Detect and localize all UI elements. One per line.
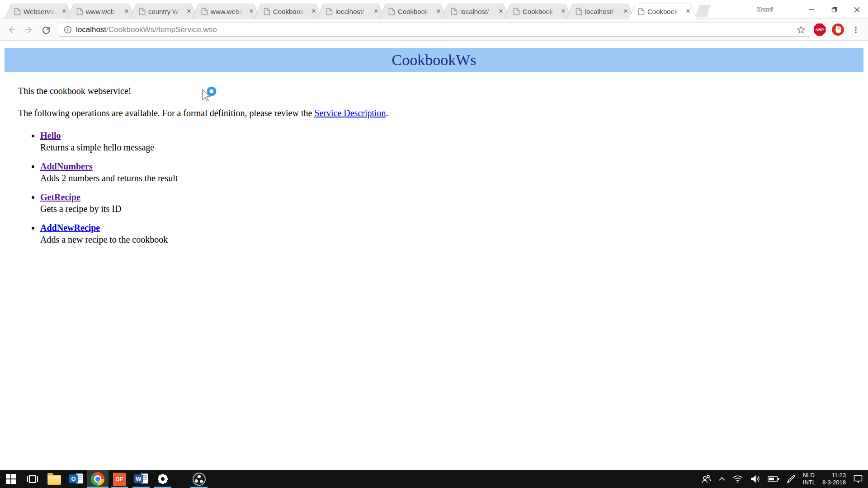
start-button[interactable] <box>0 470 22 488</box>
tab-title: Cookbook <box>647 8 682 15</box>
browser-tab[interactable]: www.web ✕ <box>67 4 136 19</box>
wifi-icon[interactable] <box>732 475 743 483</box>
chrome-taskbar-button[interactable] <box>87 470 108 488</box>
tab-title: localhost/ <box>335 8 370 15</box>
people-icon[interactable] <box>701 474 712 484</box>
operation-link[interactable]: GetRecipe <box>40 192 80 202</box>
keyboard-layout[interactable]: NLD INTL <box>803 472 816 486</box>
operation-description: Adds 2 numbers and returns the result <box>40 173 868 183</box>
operation-description: Returns a simple hello message <box>40 142 868 153</box>
page-favicon-icon <box>576 8 582 15</box>
operation-link[interactable]: AddNewRecipe <box>40 223 100 233</box>
operations-text-before: The following operations are available. … <box>18 108 314 118</box>
df-app-button[interactable]: DF <box>108 470 130 488</box>
df-app-icon: DF <box>113 473 126 486</box>
action-center-icon[interactable] <box>853 474 863 484</box>
operations-text-after: . <box>386 108 388 118</box>
windows-logo-icon <box>6 474 16 484</box>
page-favicon-icon <box>513 8 520 15</box>
task-view-button[interactable] <box>22 470 43 488</box>
operation-item: Hello Returns a simple hello message <box>40 130 868 153</box>
new-tab-button[interactable] <box>695 5 711 17</box>
page-favicon-icon <box>388 8 395 15</box>
browser-window: Webservic ✕ www.web ✕ country W ✕ www.we… <box>0 0 868 470</box>
url-path: /CookbookWs//tempService.wso <box>106 25 217 34</box>
screen: Webservic ✕ www.web ✕ country W ✕ www.we… <box>0 0 868 488</box>
page-favicon-icon <box>139 8 146 15</box>
page-favicon-icon <box>14 8 21 15</box>
browser-tab[interactable]: country W ✕ <box>129 4 198 19</box>
outlook-button[interactable]: O <box>65 470 87 488</box>
browser-tab[interactable]: www.webs ✕ <box>192 4 260 19</box>
chrome-icon <box>91 472 104 486</box>
tab-strip: Webservic ✕ www.web ✕ country W ✕ www.we… <box>0 0 711 19</box>
browser-tab[interactable]: Cookbook ✕ <box>254 4 323 19</box>
pen-icon[interactable] <box>786 474 796 483</box>
tab-title: country W <box>148 8 183 15</box>
language-code: NLD <box>803 472 816 479</box>
operation-description: Gets a recipe by its ID <box>40 203 868 214</box>
url-text: localhost/CookbookWs//tempService.wso <box>76 25 790 34</box>
page-favicon-icon <box>76 8 83 15</box>
battery-icon[interactable] <box>768 476 779 482</box>
forward-button[interactable] <box>21 22 37 38</box>
hand-blocker-icon[interactable] <box>829 22 846 38</box>
browser-tab[interactable]: localhost/ ✕ <box>316 4 385 19</box>
obs-button[interactable] <box>188 470 210 488</box>
bookmark-star-icon[interactable] <box>794 25 808 34</box>
system-tray: NLD INTL 11:23 8-3-2018 <box>701 470 868 488</box>
layout-code: INTL <box>803 479 816 486</box>
browser-tab[interactable]: localhost/ ✕ <box>566 4 635 19</box>
settings-button[interactable] <box>152 470 174 488</box>
page-favicon-icon <box>264 8 270 15</box>
operation-description: Adds a new recipe to the cookbook <box>40 234 868 245</box>
page-info-icon[interactable] <box>64 26 72 34</box>
page-content: CookbookWs This the cookbook webservice!… <box>0 41 868 470</box>
file-explorer-button[interactable] <box>43 470 65 488</box>
browser-tab[interactable]: Cookbook ✕ <box>628 4 697 19</box>
url-host: localhost <box>76 25 106 34</box>
back-button[interactable] <box>4 22 20 38</box>
operation-link[interactable]: Hello <box>40 131 61 141</box>
obs-icon <box>193 473 206 486</box>
tab-title: www.webs <box>211 8 245 15</box>
operation-item: AddNumbers Adds 2 numbers and returns th… <box>40 161 868 183</box>
service-banner: CookbookWs <box>5 48 863 72</box>
operation-link[interactable]: AddNumbers <box>40 161 93 171</box>
profile-name[interactable]: Henri <box>757 6 773 13</box>
reload-button[interactable] <box>38 22 54 38</box>
adblock-plus-icon[interactable]: ABP <box>811 22 828 38</box>
restore-button[interactable] <box>823 0 845 19</box>
browser-toolbar: localhost/CookbookWs//tempService.wso AB… <box>0 19 868 41</box>
outlook-icon: O <box>69 473 83 485</box>
page-favicon-icon <box>326 8 333 15</box>
word-icon: W <box>134 473 148 485</box>
taskbar: O DF W NLD INTL 11: <box>0 470 868 488</box>
tab-close-icon[interactable]: ✕ <box>684 8 692 15</box>
task-view-icon <box>27 475 38 483</box>
chrome-menu-icon[interactable] <box>847 22 864 38</box>
date-text: 8-3-2018 <box>822 479 846 486</box>
volume-icon[interactable] <box>750 475 761 483</box>
titlebar: Webservic ✕ www.web ✕ country W ✕ www.we… <box>0 0 868 19</box>
page-favicon-icon <box>451 8 458 15</box>
minimize-button[interactable] <box>800 0 823 19</box>
operation-item: GetRecipe Gets a recipe by its ID <box>40 192 868 214</box>
address-bar[interactable]: localhost/CookbookWs//tempService.wso <box>58 23 810 37</box>
browser-tab[interactable]: Cookbook ✕ <box>379 4 448 19</box>
page-favicon-icon <box>638 8 645 15</box>
word-button[interactable]: W <box>130 470 152 488</box>
browser-tab[interactable]: Webservic ✕ <box>5 4 73 19</box>
browser-tab[interactable]: localhost/ ✕ <box>441 4 510 19</box>
tab-title: Cookbook <box>273 8 307 15</box>
tab-title: www.web <box>86 8 120 15</box>
close-window-button[interactable] <box>845 0 868 19</box>
operations-list: Hello Returns a simple hello message Add… <box>0 130 868 245</box>
page-title: CookbookWs <box>392 52 476 69</box>
service-description-link[interactable]: Service Description <box>314 108 386 118</box>
tab-title: Cookbook <box>523 8 557 15</box>
clock[interactable]: 11:23 8-3-2018 <box>822 472 846 486</box>
tab-title: Webservic <box>24 8 58 15</box>
hidden-icons-chevron-icon[interactable] <box>718 477 726 481</box>
browser-tab[interactable]: Cookbook ✕ <box>504 4 572 19</box>
